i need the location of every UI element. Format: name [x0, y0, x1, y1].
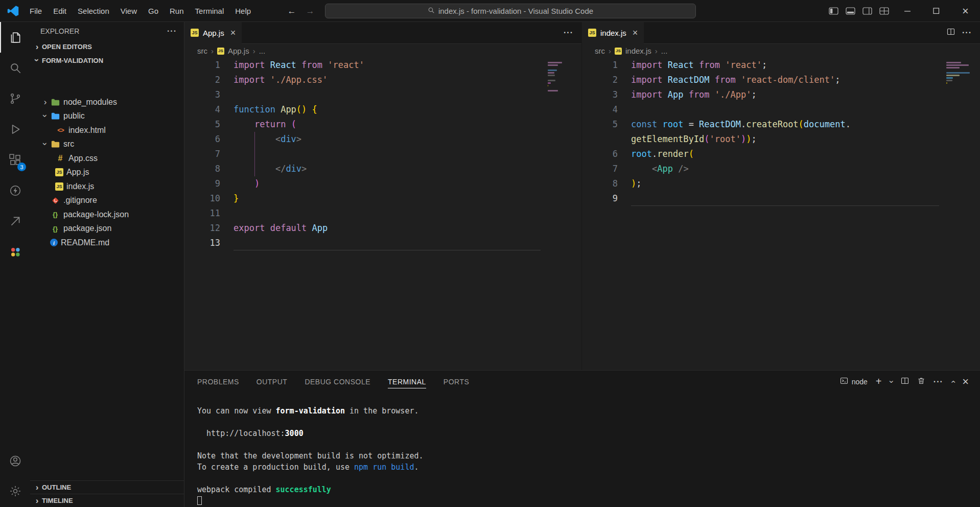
panel-tab-output[interactable]: OUTPUT [256, 371, 288, 393]
terminal-output[interactable]: You can now view form-validation in the … [184, 393, 980, 506]
breadcrumb-file[interactable]: index.js [625, 47, 651, 55]
code-editor-app-js[interactable]: 1import React from 'react'2import './App… [184, 58, 581, 370]
code-line[interactable]: 6root.render( [582, 147, 980, 162]
split-terminal-icon[interactable] [901, 377, 909, 387]
code-line[interactable]: 9 ) [184, 176, 581, 191]
code-line[interactable]: 8); [582, 176, 980, 191]
tree-item-index-js[interactable]: index.js [30, 179, 184, 194]
panel-tab-problems[interactable]: PROBLEMS [197, 371, 239, 393]
customize-layout-icon[interactable] [876, 0, 893, 22]
code-line[interactable]: 1import React from 'react' [184, 58, 581, 73]
activity-explorer[interactable] [0, 22, 30, 53]
close-tab-icon[interactable] [633, 28, 638, 38]
code-line[interactable]: 5 return ( [184, 117, 581, 132]
activity-thunder-client[interactable] [0, 175, 30, 206]
more-actions-icon[interactable] [564, 28, 573, 37]
code-line[interactable]: 3 [184, 87, 581, 102]
activity-accounts[interactable] [0, 446, 30, 476]
activity-extensions[interactable]: 3 [0, 145, 30, 175]
tree-item-gitignore[interactable]: .gitignore [30, 194, 184, 208]
close-panel-icon[interactable] [962, 376, 969, 387]
code-line[interactable]: 11 [184, 206, 581, 221]
code-line[interactable]: 12export default App [184, 221, 581, 236]
terminal-profile-dropdown-icon[interactable] [890, 378, 893, 386]
code-line[interactable]: 6 <div> [184, 132, 581, 147]
activity-source-control[interactable] [0, 83, 30, 114]
breadcrumb-symbol[interactable]: ... [259, 47, 266, 55]
forward-arrow-icon[interactable] [302, 0, 318, 22]
menu-selection[interactable]: Selection [72, 0, 115, 21]
menu-file[interactable]: File [24, 0, 48, 21]
menu-view[interactable]: View [115, 0, 143, 21]
code-line[interactable]: 5const root = ReactDOM.createRoot(docume… [582, 117, 980, 132]
tree-item-public[interactable]: public [30, 109, 184, 124]
code-line[interactable]: 10} [184, 191, 581, 206]
panel-more-actions-icon[interactable] [934, 377, 943, 386]
command-center-search[interactable]: index.js - form-validation - Visual Stud… [325, 4, 696, 18]
tree-item-readme-md[interactable]: README.md [30, 236, 184, 250]
new-terminal-icon[interactable] [876, 376, 882, 387]
back-arrow-icon[interactable] [284, 0, 299, 22]
maximize-button[interactable] [922, 0, 951, 22]
toggle-primary-sidebar-icon[interactable] [825, 0, 842, 22]
code-line[interactable]: 1import React from 'react'; [582, 58, 980, 73]
code-line[interactable]: 2import './App.css' [184, 73, 581, 87]
panel-tab-terminal[interactable]: TERMINAL [388, 371, 426, 393]
activity-misc-extension[interactable] [0, 237, 30, 267]
kill-terminal-icon[interactable] [917, 377, 925, 387]
tree-item-node-modules[interactable]: node_modules [30, 95, 184, 109]
tab-app-js[interactable]: App.js [184, 22, 242, 44]
panel-tab-ports[interactable]: PORTS [444, 371, 469, 393]
code-line[interactable]: 2import ReactDOM from 'react-dom/client'… [582, 73, 980, 87]
tree-item-package-json[interactable]: package.json [30, 222, 184, 236]
thunder-client-icon [9, 184, 22, 197]
code-editor-index-js[interactable]: 1import React from 'react';2import React… [582, 58, 980, 370]
split-editor-icon[interactable] [947, 28, 955, 38]
breadcrumb-file[interactable]: App.js [228, 47, 249, 55]
tree-item-index-html[interactable]: index.html [30, 123, 184, 137]
maximize-panel-icon[interactable] [951, 378, 954, 386]
section-outline[interactable]: OUTLINE [30, 480, 184, 494]
tree-item-src[interactable]: src [30, 137, 184, 152]
line-number: 9 [582, 191, 618, 206]
code-line[interactable]: 4 [582, 102, 980, 117]
tree-item-app-css[interactable]: App.css [30, 151, 184, 166]
activity-settings[interactable] [0, 476, 30, 506]
activity-search[interactable] [0, 53, 30, 83]
menu-terminal[interactable]: Terminal [190, 0, 230, 21]
section-open-editors[interactable]: OPEN EDITORS [30, 40, 184, 54]
code-line[interactable]: 7 [184, 147, 581, 162]
menu-go[interactable]: Go [143, 0, 164, 21]
menu-run[interactable]: Run [164, 0, 190, 21]
close-tab-icon[interactable] [230, 28, 236, 38]
tree-item-label: index.js [66, 182, 94, 191]
section-timeline[interactable]: TIMELINE [30, 494, 184, 507]
explorer-more-actions-icon[interactable] [167, 27, 177, 36]
activity-run-and-debug[interactable] [0, 114, 30, 145]
code-line[interactable]: getElementById('root')); [582, 132, 980, 147]
breadcrumb-symbol[interactable]: ... [661, 47, 668, 55]
section-project-root[interactable]: FORM-VALIDATION [30, 54, 184, 67]
activity-remote-explorer[interactable] [0, 206, 30, 237]
menu-edit[interactable]: Edit [48, 0, 72, 21]
terminal-shell-item[interactable]: node [840, 377, 868, 386]
close-window-button[interactable] [951, 0, 980, 22]
toggle-panel-icon[interactable] [842, 0, 859, 22]
tree-item-app-js[interactable]: App.js [30, 166, 184, 180]
minimize-button[interactable] [893, 0, 922, 22]
code-line[interactable]: 9 [582, 191, 980, 206]
breadcrumb-folder[interactable]: src [595, 47, 605, 55]
code-line[interactable]: 7 <App /> [582, 162, 980, 176]
terminal-line [197, 473, 980, 484]
code-line[interactable]: 3import App from './App'; [582, 87, 980, 102]
toggle-secondary-sidebar-icon[interactable] [859, 0, 876, 22]
panel-tab-debug-console[interactable]: DEBUG CONSOLE [305, 371, 370, 393]
tree-item-package-lock-json[interactable]: package-lock.json [30, 208, 184, 222]
tab-index-js[interactable]: index.js [582, 22, 644, 44]
code-line[interactable]: 4function App() { [184, 102, 581, 117]
breadcrumb-folder[interactable]: src [197, 47, 207, 55]
more-actions-icon[interactable] [962, 28, 972, 37]
menu-help[interactable]: Help [229, 0, 256, 21]
code-line[interactable]: 8 </div> [184, 162, 581, 176]
code-line[interactable]: 13 [184, 236, 581, 250]
